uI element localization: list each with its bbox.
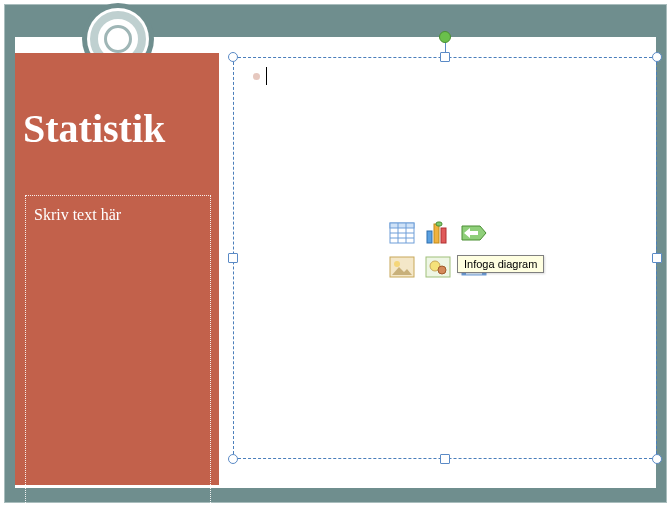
- resize-handle-s[interactable]: [440, 454, 450, 464]
- content-cursor: [253, 67, 267, 85]
- svg-rect-8: [441, 228, 446, 243]
- tooltip-insert-chart: Infoga diagram: [457, 255, 544, 273]
- text-caret: [266, 67, 267, 85]
- resize-handle-se[interactable]: [652, 454, 662, 464]
- insert-clipart-icon[interactable]: [423, 253, 453, 281]
- text-placeholder[interactable]: Skriv text här: [25, 195, 211, 507]
- left-panel: Statistik Skriv text här: [15, 53, 219, 485]
- svg-rect-1: [390, 223, 414, 228]
- insert-chart-icon[interactable]: [423, 219, 453, 247]
- slide-title[interactable]: Statistik: [23, 109, 211, 149]
- rotate-handle[interactable]: [439, 31, 451, 43]
- resize-handle-ne[interactable]: [652, 52, 662, 62]
- resize-handle-n[interactable]: [440, 52, 450, 62]
- insert-smartart-icon[interactable]: [459, 219, 489, 247]
- svg-point-17: [438, 266, 446, 274]
- content-placeholder[interactable]: Infoga diagram: [233, 57, 657, 459]
- insert-picture-icon[interactable]: [387, 253, 417, 281]
- resize-handle-nw[interactable]: [228, 52, 238, 62]
- theme-left-band: [5, 5, 15, 502]
- resize-handle-e[interactable]: [652, 253, 662, 263]
- text-placeholder-hint: Skriv text här: [34, 206, 121, 223]
- svg-rect-7: [434, 224, 439, 243]
- svg-rect-6: [427, 231, 432, 243]
- resize-handle-w[interactable]: [228, 253, 238, 263]
- slide-canvas: Statistik Skriv text här: [4, 4, 667, 503]
- svg-point-13: [394, 261, 400, 267]
- insert-table-icon[interactable]: [387, 219, 417, 247]
- svg-rect-9: [436, 222, 442, 226]
- resize-handle-sw[interactable]: [228, 454, 238, 464]
- rotate-handle-stem: [445, 42, 446, 52]
- bullet-icon: [253, 73, 260, 80]
